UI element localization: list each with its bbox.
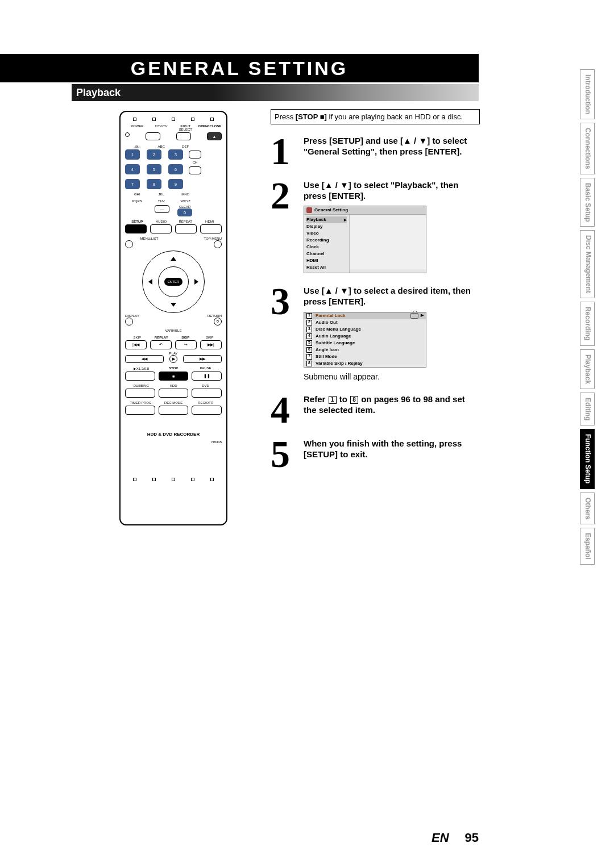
osd1-item-reset-all: Reset All — [306, 264, 347, 271]
hdmi-button — [200, 224, 222, 233]
tab-playback: Playback — [580, 349, 595, 389]
osd-general-setting: General Setting Playback Display Video R… — [304, 206, 426, 273]
audio-button — [150, 224, 172, 233]
step-4-pre: Refer — [304, 394, 328, 404]
section-heading-bar: Playback — [72, 84, 479, 101]
skip-next-button: ▶▶| — [200, 340, 222, 349]
right-arrow-icon — [194, 279, 198, 285]
skip-prev-button: |◀◀ — [125, 340, 147, 349]
step-5-number: 5 — [271, 439, 297, 470]
up-arrow-icon — [171, 257, 176, 261]
stop-note-bold: [STOP ■] — [296, 112, 327, 121]
step-5: 5 When you finish with the setting, pres… — [271, 439, 480, 470]
replay-button: ↶ — [150, 340, 172, 349]
osd2-item-4: 4Audio Language — [304, 333, 426, 340]
remote-control-illustration: POWER DTV/TV INPUT SELECT OPEN/ CLOSE ▲ … — [119, 111, 227, 525]
key-5: 5 — [147, 164, 161, 174]
osd1-item-playback: Playback — [306, 216, 347, 223]
osd2-item-8: 8Variable Skip / Replay — [304, 360, 426, 367]
power-button-icon — [125, 132, 130, 137]
rec-mode-button — [159, 406, 189, 415]
osd-playback-list: 1 Parental Lock ▶ 2Audio Out 3Disc Menu … — [304, 312, 426, 368]
osd2-item-2: 2Audio Out — [304, 319, 426, 326]
step-5-text: When you finish with the setting, press … — [304, 439, 462, 459]
key-0: 0 — [177, 208, 192, 216]
hdd-button — [159, 389, 189, 398]
osd1-item-clock: Clock — [306, 244, 347, 251]
remote-brand-text: HDD & DVD RECORDER — [125, 432, 222, 437]
step-2-number: 2 — [271, 180, 297, 274]
return-button: ↻ — [214, 318, 222, 326]
osd2-item-1: 1 Parental Lock ▶ — [304, 312, 426, 319]
key-1: 1 — [125, 149, 140, 160]
left-arrow-icon — [148, 279, 152, 285]
key-9: 9 — [168, 179, 183, 189]
key-2: 2 — [147, 149, 161, 160]
key-7: 7 — [125, 179, 140, 189]
input-select-button — [176, 132, 191, 140]
footer-page-number: 95 — [465, 831, 479, 845]
repeat-button — [175, 224, 197, 233]
lock-icon — [410, 313, 418, 319]
osd2-item-6: 6Angle Icon — [304, 347, 426, 353]
enter-button: ENTER — [164, 278, 182, 286]
instructions-column: Press [STOP ■] if you are playing back a… — [271, 109, 480, 483]
pause-button: ❚❚ — [192, 372, 222, 381]
tab-introduction: Introduction — [580, 69, 595, 119]
tab-basic-setup: Basic Setup — [580, 178, 595, 227]
section-heading: Playback — [76, 87, 121, 99]
play-button: ▶ — [169, 355, 177, 363]
dash-button: — — [155, 205, 169, 213]
footer-lang: EN — [432, 831, 449, 845]
dtv-tv-button — [146, 132, 160, 140]
step-4-number: 4 — [271, 394, 297, 426]
osd1-item-hdmi: HDMI — [306, 257, 347, 264]
dubbing-button — [125, 389, 155, 398]
chapter-title-bar: GENERAL SETTING — [0, 54, 479, 82]
navigation-pad: ENTER — [142, 251, 205, 313]
osd1-item-video: Video — [306, 230, 347, 237]
rew-button: ◀◀ — [125, 355, 164, 363]
step-3-text: Use [▲ / ▼] to select a desired item, th… — [304, 286, 471, 306]
timer-prog-button — [125, 406, 155, 415]
keycap-8: 8 — [350, 396, 358, 404]
stop-note-post: if you are playing back an HDD or a disc… — [327, 112, 463, 121]
key-4: 4 — [125, 164, 140, 174]
remote-model-text: NB345 — [125, 440, 222, 444]
keycap-1: 1 — [329, 396, 337, 404]
osd1-item-channel: Channel — [306, 251, 347, 257]
key-8: 8 — [147, 179, 161, 189]
stop-note-box: Press [STOP ■] if you are playing back a… — [271, 109, 480, 124]
top-menu-button — [214, 240, 222, 248]
x13-button — [125, 372, 155, 381]
remote-ch-button-2 — [189, 166, 201, 174]
tab-recording: Recording — [580, 302, 595, 345]
stop-button: ■ — [159, 372, 189, 381]
step-4-mid: to — [337, 394, 350, 404]
gear-icon — [306, 207, 312, 213]
key-3: 3 — [168, 149, 183, 160]
osd1-title: General Setting — [314, 207, 348, 213]
setup-button — [125, 224, 147, 233]
step-1-number: 1 — [271, 136, 297, 168]
remote-top-dots — [125, 118, 222, 121]
rec-otr-button — [192, 406, 222, 415]
fwd-button: ▶▶ — [183, 355, 222, 363]
remote-bottom-dots — [125, 478, 222, 481]
osd2-item-7: 7Still Mode — [304, 353, 426, 360]
step-3-number: 3 — [271, 286, 297, 382]
display-button — [125, 318, 133, 326]
osd1-item-display: Display — [306, 223, 347, 230]
var-skip-button: ↪ — [175, 340, 197, 349]
menu-list-button — [125, 240, 133, 248]
tab-others: Others — [580, 493, 595, 525]
tab-connections: Connections — [580, 123, 595, 174]
step-3-tail: Submenu will appear. — [304, 372, 480, 382]
tab-function-setup: Function Setup — [580, 429, 595, 489]
tab-disc-management: Disc Management — [580, 230, 595, 298]
step-2: 2 Use [▲ / ▼] to select "Playback", then… — [271, 180, 480, 274]
dvd-button — [192, 389, 222, 398]
page-footer: EN 95 — [72, 831, 479, 845]
osd1-item-recording: Recording — [306, 237, 347, 244]
step-1: 1 Press [SETUP] and use [▲ / ▼] to selec… — [271, 136, 480, 168]
